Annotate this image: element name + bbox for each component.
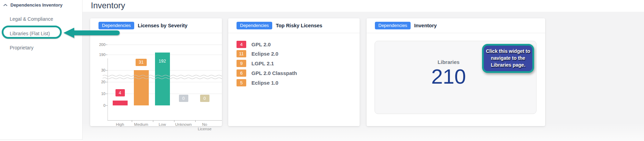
x-tick-mark <box>195 120 196 122</box>
y-axis-line <box>108 58 108 120</box>
x-tick-mark <box>153 120 153 122</box>
y-tick-mark <box>106 55 108 55</box>
page-title: Inventory <box>91 1 125 10</box>
license-name: GPL 2.0 Classpath <box>251 70 297 76</box>
sidebar-group-dependencies-inventory[interactable]: Dependencies Inventory <box>3 2 62 8</box>
widget-top-risky-licenses[interactable]: Dependencies Top Risky Licenses 4GPL 2.0… <box>228 18 360 126</box>
sidebar: Dependencies Inventory Legal & Complianc… <box>0 0 83 140</box>
y-tick-label: 200 <box>90 43 105 47</box>
license-count-badge: 11 <box>237 50 246 57</box>
widget-title: Licenses by Severity <box>138 23 187 28</box>
list-item-eclipse-2-0[interactable]: 11Eclipse 2.0 <box>237 50 278 58</box>
x-category-label: Low <box>151 122 173 127</box>
axis-break-squiggle-icon <box>103 74 222 81</box>
bar-value-label: 0 <box>179 95 188 102</box>
license-name: Eclipse 1.0 <box>251 80 278 86</box>
chevron-up-icon <box>3 4 7 6</box>
sidebar-group-label: Dependencies Inventory <box>10 2 62 8</box>
dependencies-badge: Dependencies <box>375 22 411 29</box>
x-tick-mark <box>174 120 174 122</box>
sidebar-item-legal-compliance[interactable]: Legal & Compliance <box>10 16 53 22</box>
list-item-eclipse-1-0[interactable]: 5Eclipse 1.0 <box>237 79 278 86</box>
y-tick-mark <box>106 45 108 45</box>
widget-title: Top Risky Licenses <box>276 23 322 28</box>
y-tick-label: 190 <box>90 53 105 57</box>
sidebar-item-proprietary[interactable]: Proprietary <box>10 45 33 50</box>
widget-header: Dependencies Top Risky Licenses <box>228 18 360 33</box>
license-name: Eclipse 2.0 <box>251 51 278 57</box>
x-axis-line <box>108 120 222 121</box>
severity-chart: 01020301902004High31Medium192Low0Unknown… <box>90 33 222 126</box>
bar-high <box>113 101 128 105</box>
bar-value-label: 4 <box>115 89 125 96</box>
license-count-badge: 4 <box>237 41 246 48</box>
annotation-ellipse <box>2 26 62 39</box>
annotation-arrow-icon <box>63 27 120 39</box>
license-count-badge: 5 <box>237 79 246 86</box>
x-tick-mark <box>132 120 132 122</box>
x-category-label: Unknown <box>172 122 195 127</box>
list-item-gpl-2-0-classpath[interactable]: 6GPL 2.0 Classpath <box>237 69 297 77</box>
x-category-label: No License <box>196 122 213 131</box>
dependencies-badge: Dependencies <box>237 22 272 29</box>
gridline <box>108 45 222 45</box>
bar-value-label: 0 <box>200 95 209 102</box>
license-name: LGPL 2.1 <box>251 60 274 66</box>
license-count-badge: 6 <box>237 69 246 77</box>
list-item-gpl-2-0[interactable]: 4GPL 2.0 <box>237 40 271 48</box>
y-tick-label: 0 <box>90 103 105 107</box>
annotation-tooltip: Click this widget to navigate to the Lib… <box>482 44 534 73</box>
x-category-label: High <box>109 122 131 127</box>
list-item-lgpl-2-1[interactable]: 9LGPL 2.1 <box>237 60 274 67</box>
license-name: GPL 2.0 <box>251 41 271 47</box>
widget-inventory[interactable]: Dependencies Inventory Libraries 210 Cli… <box>367 18 545 126</box>
license-count-badge: 9 <box>237 60 246 67</box>
x-category-label: Medium <box>130 122 152 127</box>
y-tick-label: 10 <box>90 92 105 96</box>
bar-value-label: 192 <box>155 57 170 65</box>
bar-value-label: 31 <box>136 59 147 66</box>
widget-title: Inventory <box>414 23 437 28</box>
y-tick-label: 30 <box>90 68 105 72</box>
widget-header: Dependencies Inventory <box>367 18 545 33</box>
